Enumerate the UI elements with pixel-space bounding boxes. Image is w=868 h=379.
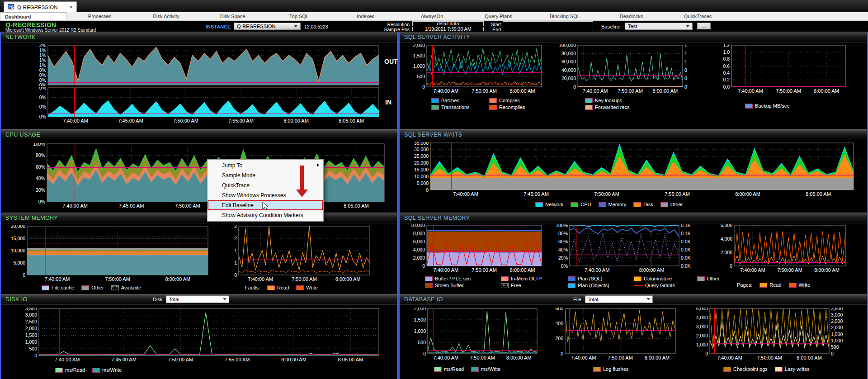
legend-system-memory: File cacheOtherAvailable — [42, 285, 141, 290]
nav-item-alwayson[interactable]: AlwaysOn — [399, 12, 465, 20]
legend-disk-io: ms/Readms/Write — [55, 367, 122, 373]
start-field[interactable] — [503, 21, 593, 26]
svg-text:7:50:00 AM: 7:50:00 AM — [173, 118, 198, 123]
chart-pages[interactable]: 7:40:00 AM7:50:00 AM8:00:00 AM6,0004,000… — [716, 224, 850, 274]
nav-item-processes[interactable]: Processes — [66, 12, 133, 20]
svg-text:7:40:00 AM: 7:40:00 AM — [63, 118, 88, 123]
nav-item-quicktraces[interactable]: QuickTraces — [665, 12, 731, 20]
disk-filter-label: Disk — [153, 297, 162, 302]
tab-close-icon[interactable]: × — [70, 5, 73, 10]
file-filter-select[interactable]: Total — [585, 295, 653, 303]
nav-item-dashboard[interactable]: Dashboard — [0, 12, 66, 20]
legend-swatch — [760, 283, 767, 288]
menu-item-jump-to[interactable]: Jump To — [208, 161, 323, 171]
legend-item-free: Free — [501, 283, 561, 288]
chart-checkpoint-lazy[interactable]: 7:40:00 AM7:50:00 AM8:00:00 AM5,0004,000… — [689, 308, 850, 363]
svg-text:7:50:00 AM: 7:50:00 AM — [777, 267, 802, 273]
legend-item-disk: Disk — [633, 202, 653, 207]
svg-text:1.0: 1.0 — [723, 49, 730, 55]
svg-text:8:05:00 AM: 8:05:00 AM — [338, 357, 363, 362]
chart-db-latency[interactable]: 7:40:00 AM7:50:00 AM8:00:00 AM2,0001,500… — [407, 308, 541, 363]
legend-item-stolen-buffer: Stolen Buffer — [425, 283, 494, 288]
legend-item-key-lookups: Key lookups — [585, 98, 648, 103]
baseline-more-button[interactable]: ... — [697, 23, 711, 29]
legend-swatch — [697, 276, 705, 281]
nav-item-disk-space[interactable]: Disk Space — [199, 12, 266, 20]
svg-text:35,000: 35,000 — [414, 142, 429, 146]
tab-q-regression[interactable]: Q-REGRESSION × — [4, 1, 77, 12]
svg-text:8:00:00 AM: 8:00:00 AM — [797, 355, 822, 360]
svg-text:15,000: 15,000 — [11, 236, 25, 241]
nav-item-disk-activity[interactable]: Disk Activity — [133, 12, 199, 20]
legend-item-columnstore: Columnstore — [634, 276, 690, 281]
nav-item-indexes[interactable]: Indexes — [332, 12, 399, 20]
panel-activity-title: SQL SERVER ACTIVITY — [400, 32, 867, 43]
svg-text:6,000: 6,000 — [413, 239, 425, 244]
chart-page-faults[interactable]: 7:40:00 AM7:50:00 AM8:00:00 AM22110 — [225, 225, 374, 283]
svg-text:1: 1 — [684, 51, 687, 56]
disk-filter-select[interactable]: Total — [166, 295, 229, 303]
legend-item-forwarded-recs: Forwarded recs — [585, 104, 648, 110]
chart-system-memory[interactable]: 7:40:00 AM7:50:00 AM8:00:00 AM20,00015,0… — [4, 225, 212, 283]
panel-disk-io: DISK IO Disk Total 7:40:00 AM7:45:00 AM7… — [1, 294, 397, 378]
svg-text:0.0: 0.0 — [723, 84, 730, 90]
menu-item-quicktrace[interactable]: QuickTrace — [208, 180, 323, 190]
nav-item-deadlocks[interactable]: Deadlocks — [598, 12, 665, 20]
svg-text:0.6: 0.6 — [723, 63, 730, 69]
menu-item-show-advisory-condition-markers[interactable]: Show Advisory Condition Markers — [208, 210, 323, 220]
chart-buffer-memory[interactable]: 7:40:00 AM7:50:00 AM8:00:00 AM10,0008,00… — [407, 224, 545, 274]
svg-text:5,000: 5,000 — [696, 308, 708, 311]
annotation-arrow — [300, 166, 304, 190]
baseline-select[interactable]: Test — [625, 23, 693, 30]
end-field[interactable] — [503, 27, 593, 32]
instance-select[interactable]: Q-REGRESSION — [234, 23, 301, 30]
network-in-label: IN — [385, 99, 392, 106]
chart-network-in[interactable]: 7:40:00 AM7:45:00 AM7:50:00 AM7:55:00 AM… — [30, 87, 382, 126]
svg-text:100%: 100% — [556, 224, 568, 228]
menu-item-sample-mode[interactable]: Sample Mode — [208, 171, 323, 180]
sample-pos-field[interactable]: 1/19/2021 7:39:30 AM — [412, 27, 484, 32]
legend-swatch — [568, 283, 576, 288]
legend-swatch — [593, 367, 601, 372]
legend-item-recompiles: Recompiles — [489, 104, 540, 110]
svg-text:0.1K: 0.1K — [681, 231, 691, 236]
legend-swatch — [431, 98, 439, 103]
legend-item-write: Write — [296, 285, 317, 290]
chart-key-lookups[interactable]: 7:40:00 AM7:50:00 AM8:00:00 AM100,00080,… — [552, 44, 696, 95]
nav-item-blocking-sql[interactable]: Blocking SQL — [532, 12, 598, 20]
nav-item-query-plans[interactable]: Query Plans — [465, 12, 532, 20]
svg-text:0: 0 — [684, 67, 687, 73]
legend-swatch — [585, 105, 593, 110]
chart-log-flushes[interactable]: 7:40:00 AM7:50:00 AM8:00:00 AM6004002000 — [549, 308, 680, 363]
chart-backup[interactable]: 7:40:00 AM7:50:00 AM8:00:00 AM1.21.00.80… — [716, 44, 850, 95]
legend-swatch — [789, 283, 797, 288]
chart-sql-waits[interactable]: 7:40:00 AM7:45:00 AM7:50:00 AM7:55:00 AM… — [407, 142, 859, 199]
svg-text:7:55:00 AM: 7:55:00 AM — [665, 191, 690, 197]
nav-item-top-sql[interactable]: Top SQL — [266, 12, 332, 20]
svg-text:7:45:00 AM: 7:45:00 AM — [524, 191, 549, 197]
svg-text:7:50:00 AM: 7:50:00 AM — [470, 355, 495, 360]
svg-text:0%: 0% — [39, 104, 46, 109]
chart-disk-io[interactable]: 7:40:00 AM7:45:00 AM7:50:00 AM7:55:00 AM… — [17, 308, 383, 365]
legend-item-write: Write — [789, 282, 810, 288]
chevron-down-icon — [646, 298, 650, 300]
svg-text:10,000: 10,000 — [414, 174, 429, 179]
resolution-field[interactable]: detail data — [412, 21, 484, 26]
legend-db-latency: ms/Readms/Write — [434, 366, 500, 372]
svg-text:8:00:00 AM: 8:00:00 AM — [814, 88, 839, 94]
chart-batches-transactions[interactable]: 7:40:00 AM7:50:00 AM8:00:00 AM2,0001,500… — [407, 44, 545, 95]
svg-text:500: 500 — [831, 344, 839, 350]
svg-text:0.0K: 0.0K — [681, 239, 691, 244]
legend-item-checkpoint-pgs: Checkpoint pgs — [723, 366, 768, 372]
svg-text:4,000: 4,000 — [696, 315, 708, 320]
svg-text:7:50:00 AM: 7:50:00 AM — [618, 88, 643, 94]
legend-item-plan-sql-: Plan (SQL) — [568, 276, 627, 281]
svg-text:7:45:00 AM: 7:45:00 AM — [118, 118, 143, 123]
legend-swatch — [55, 368, 63, 373]
chart-network-out[interactable]: 2%1%1%1%1%0%0%0%0% — [30, 44, 382, 86]
svg-text:80%: 80% — [558, 231, 568, 236]
legend-item-network: Network — [535, 202, 563, 207]
svg-text:8:00:00 AM: 8:00:00 AM — [645, 355, 670, 360]
chart-plan-cache[interactable]: 7:40:00 AM8:00:00 AM100%80%60%40%20%0%0.… — [552, 224, 696, 274]
legend-swatch — [501, 276, 509, 281]
